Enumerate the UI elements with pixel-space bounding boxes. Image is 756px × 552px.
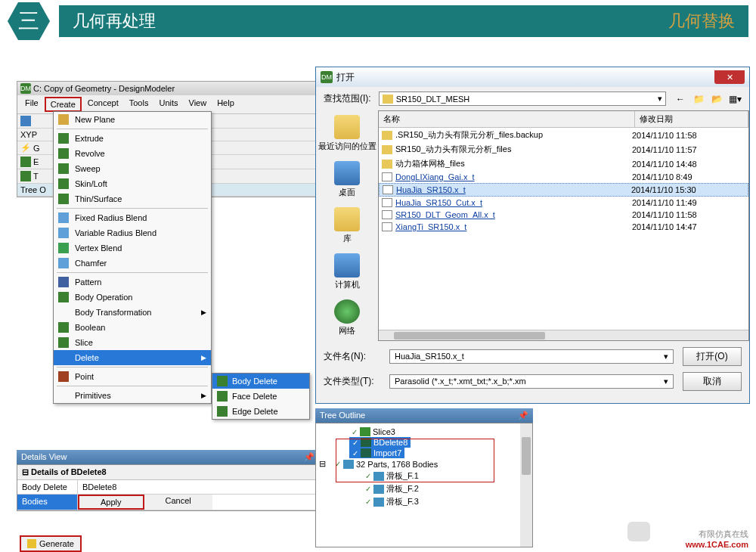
tree-node-body[interactable]: ✓滑板_F.3	[319, 495, 529, 508]
cancel-button[interactable]: 取消	[683, 372, 742, 391]
menu-fixed-radius-blend[interactable]: Fixed Radius Blend	[54, 210, 211, 225]
back-button[interactable]: ←	[674, 92, 687, 106]
apply-button[interactable]: Apply	[78, 495, 144, 510]
submenu-body-delete[interactable]: Body Delete	[212, 374, 309, 389]
menu-point[interactable]: Point	[54, 369, 211, 384]
tree-outline-panel: Tree Outline 📌 ✓Slice3 ✓BDelete8 ✓Import…	[315, 408, 533, 547]
file-row[interactable]: DongLIXiang_Gai.x_t2014/11/10 8:49	[379, 171, 748, 183]
details-title: Details View	[21, 452, 67, 462]
tree-node-slice3[interactable]: ✓Slice3	[319, 426, 529, 437]
vertex-icon	[58, 243, 69, 253]
file-icon	[382, 172, 392, 181]
details-header: ⊟ Details of BDelete8	[17, 465, 318, 480]
col-name[interactable]: 名称	[379, 111, 635, 127]
cancel-button[interactable]: Cancel	[144, 495, 212, 510]
menu-slice[interactable]: Slice	[54, 335, 211, 350]
menu-primitives[interactable]: Primitives▶	[54, 388, 211, 403]
edge-delete-icon	[217, 406, 228, 417]
menu-vertex-blend[interactable]: Vertex Blend	[54, 240, 211, 256]
file-icon	[382, 210, 392, 219]
place-network[interactable]: 网络	[334, 299, 360, 336]
new-folder-button[interactable]: 📂	[710, 92, 723, 106]
menu-units[interactable]: Units	[154, 97, 182, 112]
menu-skinloft[interactable]: Skin/Loft	[54, 176, 211, 191]
file-icon	[382, 222, 392, 231]
filetype-combo[interactable]: Parasolid (*.x_t;*.xmt_txt;*.x_b;*.xm▾	[389, 374, 674, 389]
blend-icon	[58, 212, 69, 223]
menu-chamfer[interactable]: Chamfer	[54, 256, 211, 271]
toolbar-g[interactable]: ⚡G	[20, 143, 40, 153]
file-row[interactable]: HuaJia_SR150_Cut.x_t2014/11/10 11:49	[379, 197, 748, 209]
menu-body-operation[interactable]: Body Operation	[54, 290, 211, 305]
file-name: SR150_动力头有限元分析_files	[395, 144, 632, 155]
file-row[interactable]: SR150_动力头有限元分析_files2014/11/10 11:57	[379, 142, 748, 157]
menu-sweep[interactable]: Sweep	[54, 161, 211, 176]
place-library[interactable]: 库	[334, 207, 360, 244]
menu-help[interactable]: Help	[212, 97, 239, 112]
extrude-icon	[20, 157, 31, 167]
menu-delete[interactable]: Delete▶	[54, 350, 211, 365]
toolbar-xyp[interactable]: XYP	[20, 130, 37, 139]
row-value[interactable]: BDelete8	[78, 480, 318, 494]
menu-thinsurface[interactable]: Thin/Surface	[54, 191, 211, 206]
pin-icon[interactable]: 📌	[518, 411, 528, 420]
file-date: 2014/11/10 14:48	[632, 160, 745, 169]
place-computer[interactable]: 计算机	[334, 253, 360, 290]
check-icon: ✓	[365, 485, 371, 493]
generate-button[interactable]: Generate	[20, 535, 82, 552]
look-in-dropdown[interactable]: SR150_DLT_MESH ▾	[379, 91, 666, 106]
file-row[interactable]: SR150_DLT_Geom_All.x_t2014/11/10 11:58	[379, 209, 748, 221]
col-date[interactable]: 修改日期	[635, 111, 748, 127]
file-row[interactable]: HuaJia_SR150.x_t2014/11/10 15:30	[379, 183, 748, 197]
toolbar-e[interactable]: E	[20, 157, 39, 167]
close-button[interactable]: ✕	[714, 70, 745, 84]
horizontal-scrollbar[interactable]	[379, 330, 748, 340]
menu-view[interactable]: View	[184, 97, 212, 112]
thin-icon	[20, 171, 31, 181]
toolbar-t[interactable]: T	[20, 171, 39, 181]
up-button[interactable]: 📁	[692, 92, 705, 106]
menu-variable-radius-blend[interactable]: Variable Radius Blend	[54, 225, 211, 240]
computer-icon	[334, 253, 360, 278]
toolbar-btn[interactable]	[20, 116, 31, 126]
menu-file[interactable]: File	[20, 97, 43, 112]
menu-tools[interactable]: Tools	[125, 97, 153, 112]
tree-node-body[interactable]: ✓滑板_F.2	[319, 482, 529, 495]
place-recent[interactable]: 最近访问的位置	[318, 115, 376, 152]
tree-title: Tree Outline	[320, 411, 365, 420]
skinloft-icon	[58, 178, 69, 189]
tree-body: ✓Slice3 ✓BDelete8 ✓Import7 ⊟✓32 Parts, 1…	[315, 423, 533, 547]
submenu-face-delete[interactable]: Face Delete	[212, 389, 309, 404]
submenu-edge-delete[interactable]: Edge Delete	[212, 404, 309, 419]
plane-icon	[58, 114, 69, 125]
row-label: Bodies	[17, 495, 78, 510]
menu-new-plane[interactable]: New Plane	[54, 112, 211, 127]
file-row[interactable]: 动力箱体网格_files2014/11/10 14:48	[379, 157, 748, 171]
filename-label: 文件名(N):	[324, 350, 380, 363]
network-icon	[334, 299, 360, 324]
menu-revolve[interactable]: Revolve	[54, 146, 211, 161]
view-button[interactable]: ▦▾	[728, 92, 742, 106]
file-name: DongLIXiang_Gai.x_t	[395, 172, 632, 181]
vertical-scrollbar[interactable]	[520, 423, 532, 547]
open-button[interactable]: 打开(O)	[683, 347, 742, 366]
filename-combo[interactable]: HuaJia_SR150.x_t▾	[389, 349, 674, 364]
pin-icon[interactable]: 📌	[304, 452, 314, 462]
menu-body-transformation[interactable]: Body Transformation▶	[54, 305, 211, 320]
look-in-label: 查找范围(I):	[324, 92, 371, 105]
dialog-toolbar: 查找范围(I): SR150_DLT_MESH ▾ ← 📁 📂 ▦▾	[316, 87, 749, 110]
file-icon	[382, 198, 392, 207]
menu-create[interactable]: Create	[45, 97, 82, 112]
dropdown-arrow-icon: ▾	[664, 377, 668, 386]
file-row[interactable]: XiangTi_SR150.x_t2014/11/10 14:47	[379, 221, 748, 233]
menu-boolean[interactable]: Boolean	[54, 320, 211, 335]
place-desktop[interactable]: 桌面	[334, 161, 360, 198]
file-list-header: 名称 修改日期	[379, 111, 748, 128]
check-icon: ✓	[352, 428, 358, 436]
menu-extrude[interactable]: Extrude	[54, 131, 211, 146]
file-row[interactable]: .SR150_动力头有限元分析_files.backup2014/11/10 1…	[379, 128, 748, 142]
highlight-box	[336, 439, 494, 482]
sweep-icon	[58, 163, 69, 174]
menu-concept[interactable]: Concept	[83, 97, 123, 112]
menu-pattern[interactable]: Pattern	[54, 274, 211, 290]
